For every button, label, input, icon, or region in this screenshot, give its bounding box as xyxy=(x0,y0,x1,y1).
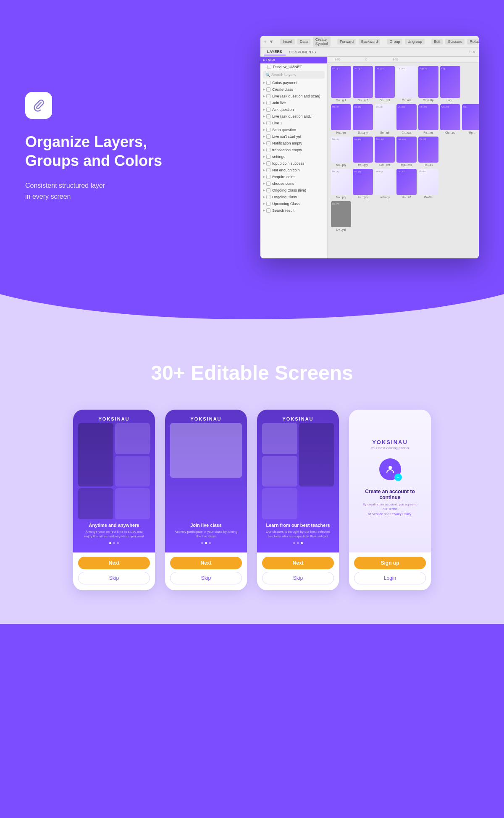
phone-images-1 xyxy=(78,423,150,519)
phone-caption-sub-2: Actively participate in your class by jo… xyxy=(170,529,242,539)
skip-button-1[interactable]: Skip xyxy=(78,572,150,584)
phone-mockup-1: YOKSINAU Anytime and anywhere Arrange yo… xyxy=(73,410,155,590)
toolbar-create-symbol[interactable]: Create Symbol xyxy=(313,37,331,47)
search-icon: 🔍 xyxy=(265,73,270,77)
phone-footer-2: Next Skip xyxy=(165,552,247,590)
layer-item[interactable]: ▶ Require coins xyxy=(260,174,327,180)
toolbar-scissors[interactable]: Scissors xyxy=(445,39,465,45)
sketch-tabs: LAYERS COMPONENTS + ✕ xyxy=(260,47,479,57)
layer-item[interactable]: ▶ Ongoing Class (live) xyxy=(260,187,327,194)
screen-thumb: Cr...ass xyxy=(396,104,417,130)
next-button-3[interactable]: Next xyxy=(262,557,334,569)
login-title: Create an account to continue xyxy=(356,489,424,500)
toolbar-ungroup[interactable]: Ungroup xyxy=(405,39,425,45)
phone-brand-1: YOKSINAU xyxy=(78,416,150,421)
screen-thumb: Up... xyxy=(462,104,479,130)
dot xyxy=(205,542,207,544)
layer-item[interactable]: ▶ Scan question xyxy=(260,126,327,133)
phone-caption-sub-3: Our classes is thought by our best selec… xyxy=(262,529,334,539)
screen-thumb: On...g 2 xyxy=(353,66,373,98)
phone-brand-2: YOKSINAU xyxy=(170,416,242,421)
screen-thumb: tra...pty xyxy=(353,137,373,163)
login-avatar: + xyxy=(379,458,401,480)
hero-section: Organize Layers, Groups and Colors Consi… xyxy=(0,0,504,294)
layer-item[interactable]: ▶ transaction empty xyxy=(260,147,327,153)
toolbar-forward[interactable]: Forward xyxy=(337,39,356,45)
phone-screen-content-3: YOKSINAU Learn from our best teachers Ou… xyxy=(257,410,339,552)
skip-button-2[interactable]: Skip xyxy=(170,572,242,584)
toolbar-edit[interactable]: Edit xyxy=(431,39,443,45)
dot xyxy=(301,542,303,544)
screen-thumb: Re...ins xyxy=(418,104,438,130)
login-button[interactable]: Login xyxy=(354,572,426,584)
sketch-body: ▶ RAW Preview_UI8NET 🔍 Search Layers ▶ C… xyxy=(260,57,479,258)
screen-thumb: On...g 3 xyxy=(375,66,395,98)
screen-thumb: Cr...unt xyxy=(396,66,417,98)
login-badge: + xyxy=(394,473,402,481)
dot xyxy=(293,542,295,544)
screen-thumb: On...g 1 xyxy=(331,66,351,98)
layer-item[interactable]: ▶ Create class xyxy=(260,86,327,93)
screen-thumb: Profile xyxy=(418,169,438,195)
toolbar-rotate[interactable]: Rotate xyxy=(467,39,479,45)
layer-item[interactable]: ▶ Live (ask question and reques... xyxy=(260,113,327,120)
phone-mockup-4: YOKSINAU Your best learning partner + Cr… xyxy=(349,410,431,590)
toolbar-group[interactable]: Group xyxy=(387,39,402,45)
toolbar-backward[interactable]: Backward xyxy=(359,39,381,45)
layer-upcoming-class[interactable]: ▶ Upcoming Class xyxy=(260,200,327,207)
tab-components[interactable]: COMPONENTS xyxy=(286,49,320,55)
canvas-row-3: No...pty No...pty tra...pty tra...pty xyxy=(331,137,475,166)
layer-group-preview[interactable]: Preview_UI8NET xyxy=(260,63,327,70)
next-button-1[interactable]: Next xyxy=(78,557,150,569)
screen-thumb: top...ess xyxy=(396,137,417,163)
signup-button[interactable]: Sign up xyxy=(354,557,426,569)
screen-thumb: No...pty xyxy=(331,169,351,195)
layer-item[interactable]: ▶ Live 1 xyxy=(260,120,327,126)
wave-section xyxy=(0,294,504,328)
phone-dots-1 xyxy=(78,542,150,544)
toolbar-data[interactable]: Data xyxy=(297,39,310,45)
screen-thumb: Col...ent xyxy=(375,137,395,163)
layer-notification-empty[interactable]: ▶ Notification empty xyxy=(260,140,327,147)
layer-choose[interactable]: ▶ choose coins xyxy=(260,180,327,187)
sketch-search[interactable]: 🔍 Search Layers xyxy=(263,71,325,79)
dot xyxy=(109,542,111,544)
screen-thumb: Log... xyxy=(440,66,460,98)
layer-item[interactable]: ▶ Coins payment xyxy=(260,79,327,86)
screen-thumb: Liv...yet xyxy=(331,201,351,227)
skip-button-3[interactable]: Skip xyxy=(262,572,334,584)
search-placeholder: Search Layers xyxy=(271,73,296,77)
phone-mockup-2: YOKSINAU Join live class Actively partic… xyxy=(165,410,247,590)
login-desc: By creating an account, you agree to our… xyxy=(356,502,424,516)
screen-thumb: Sign Up xyxy=(418,66,438,98)
layer-item[interactable]: ▶ topup coin success xyxy=(260,160,327,167)
screen-thumb: Se...ult xyxy=(375,104,395,130)
phone-caption-3: Learn from our best teachers xyxy=(262,523,334,528)
phone-images-2 xyxy=(170,423,242,519)
layer-item[interactable]: ▶ Not enough coin xyxy=(260,167,327,174)
sketch-toolbar: + ▼ Insert Data Create Symbol Forward Ba… xyxy=(260,36,479,47)
phone-caption-sub-1: Arrange your perfect time to study anden… xyxy=(78,529,150,539)
sketch-canvas: -840 0 840 On...g 1 On...g 1 xyxy=(328,57,479,258)
paperclip-icon xyxy=(32,99,45,112)
layer-item[interactable]: ▶ Live (ask question and scan) xyxy=(260,93,327,100)
phone-img xyxy=(78,488,113,519)
toolbar-insert[interactable]: Insert xyxy=(280,39,295,45)
phone-screen-1: YOKSINAU Anytime and anywhere Arrange yo… xyxy=(73,410,155,552)
layer-search-result[interactable]: ▶ Search result xyxy=(260,207,327,214)
tab-layers[interactable]: LAYERS xyxy=(264,49,286,55)
layer-item[interactable]: ▶ settings xyxy=(260,153,327,160)
phone-screen-2: YOKSINAU Join live class Actively partic… xyxy=(165,410,247,552)
layer-item[interactable]: ▶ Join live xyxy=(260,100,327,106)
layer-item[interactable]: ▶ Live isn't start yet xyxy=(260,133,327,140)
layer-item[interactable]: ▶ Ongoing Class xyxy=(260,194,327,200)
layer-item-raw[interactable]: ▶ RAW xyxy=(260,57,327,63)
canvas-row-5: Liv...yet Liv...yet xyxy=(331,201,475,231)
screen-thumb: Su...pty xyxy=(353,104,373,130)
phone-screen-3: YOKSINAU Learn from our best teachers Ou… xyxy=(257,410,339,552)
hero-title: Organize Layers, Groups and Colors xyxy=(25,132,185,170)
login-brand-sub: Your best learning partner xyxy=(371,446,410,450)
dot xyxy=(201,542,203,544)
next-button-2[interactable]: Next xyxy=(170,557,242,569)
layer-item[interactable]: ▶ Ask question xyxy=(260,106,327,113)
